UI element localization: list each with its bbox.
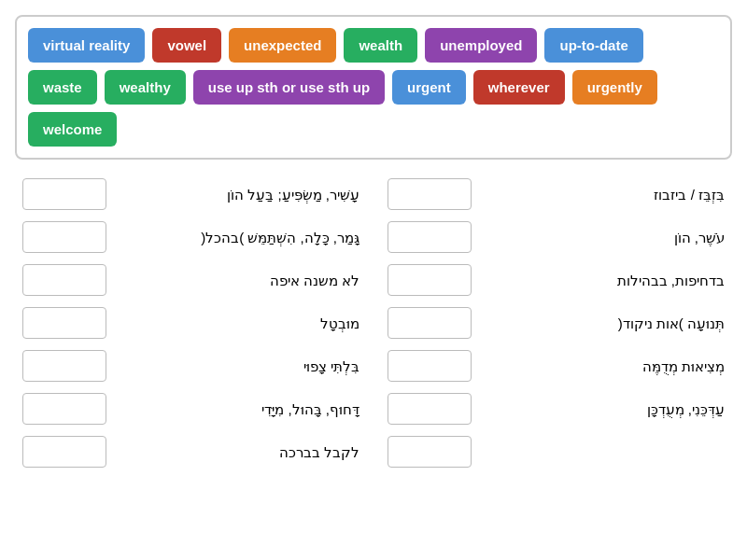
tag-item-12[interactable]: welcome [28, 112, 117, 147]
answer-input-right-6[interactable] [388, 436, 472, 468]
tag-item-9[interactable]: urgent [392, 70, 466, 105]
definitions-area: עָשִׁיר, מַשְׂפִּיעַ; בַּעַל הוֹןבִּזְבֵ… [15, 178, 732, 469]
answer-input-left-2[interactable] [22, 264, 106, 296]
tag-area: virtual realityvowelunexpectedwealthunem… [15, 15, 732, 160]
answer-input-left-5[interactable] [22, 393, 106, 425]
answer-input-left-6[interactable] [22, 436, 106, 468]
tag-item-11[interactable]: urgently [572, 70, 657, 105]
def-text-left-5: דָּחוּף, בָּהוּל, מִיָּדִי [116, 399, 359, 419]
answer-input-left-3[interactable] [22, 307, 106, 339]
tag-item-5[interactable]: up-to-date [544, 28, 642, 63]
answer-input-right-3[interactable] [388, 307, 472, 339]
def-text-right-0: בִּזְבֵּז / ביזבוז [481, 185, 725, 204]
def-text-right-5: עַדְּכֵּנִי, מְעֻדְכָּן [481, 399, 725, 419]
def-row-right-2: בדחיפות, בבהילות [388, 264, 725, 296]
def-row-left-1: גָּמַר, כָּלָה, הִשְׁתַּמֵּשׁ )בהכל( [22, 221, 359, 253]
answer-input-right-1[interactable] [388, 221, 472, 253]
def-row-right-5: עַדְּכֵּנִי, מְעֻדְכָּן [388, 393, 725, 425]
tag-item-3[interactable]: wealth [344, 28, 417, 63]
answer-input-right-2[interactable] [388, 264, 472, 296]
tag-item-2[interactable]: unexpected [229, 28, 336, 63]
def-text-left-4: בִּלְתִּי צָפוּי [116, 357, 359, 376]
tag-item-0[interactable]: virtual reality [28, 28, 145, 63]
def-row-left-3: מוּבְטָל [22, 307, 359, 339]
def-text-left-1: גָּמַר, כָּלָה, הִשְׁתַּמֵּשׁ )בהכל( [116, 228, 359, 247]
def-text-right-2: בדחיפות, בבהילות [481, 271, 725, 290]
def-text-left-6: לקבל בברכה [116, 442, 359, 462]
def-row-left-5: דָּחוּף, בָּהוּל, מִיָּדִי [22, 393, 359, 425]
def-text-left-0: עָשִׁיר, מַשְׂפִּיעַ; בַּעַל הוֹן [116, 185, 359, 204]
answer-input-left-1[interactable] [22, 221, 106, 253]
def-row-right-6 [388, 436, 725, 468]
def-text-right-4: מְצִיאוּת מְדֻמֶּה [481, 357, 725, 376]
def-row-left-6: לקבל בברכה [22, 436, 359, 468]
def-row-right-3: תְּנוּעָה )אות ניקוד( [388, 307, 725, 339]
answer-input-right-0[interactable] [388, 178, 472, 210]
def-row-right-0: בִּזְבֵּז / ביזבוז [388, 178, 725, 210]
def-row-left-0: עָשִׁיר, מַשְׂפִּיעַ; בַּעַל הוֹן [22, 178, 359, 210]
def-row-right-1: עֹשֶׁר, הוֹן [388, 221, 725, 253]
tag-item-7[interactable]: wealthy [105, 70, 186, 105]
def-text-left-2: לא משנה איפה [116, 271, 359, 290]
answer-input-right-5[interactable] [388, 393, 472, 425]
answer-input-right-4[interactable] [388, 350, 472, 382]
answer-input-left-4[interactable] [22, 350, 106, 382]
answer-input-left-0[interactable] [22, 178, 106, 210]
tag-item-4[interactable]: unemployed [425, 28, 537, 63]
def-row-left-2: לא משנה איפה [22, 264, 359, 296]
def-text-right-3: תְּנוּעָה )אות ניקוד( [481, 314, 725, 333]
tag-item-10[interactable]: wherever [473, 70, 565, 105]
tag-item-6[interactable]: waste [28, 70, 97, 105]
def-row-left-4: בִּלְתִּי צָפוּי [22, 350, 359, 382]
tag-item-1[interactable]: vowel [152, 28, 221, 63]
def-text-left-3: מוּבְטָל [116, 314, 359, 333]
def-row-right-4: מְצִיאוּת מְדֻמֶּה [388, 350, 725, 382]
tag-item-8[interactable]: use up sth or use sth up [193, 70, 385, 105]
def-text-right-1: עֹשֶׁר, הוֹן [481, 228, 725, 247]
